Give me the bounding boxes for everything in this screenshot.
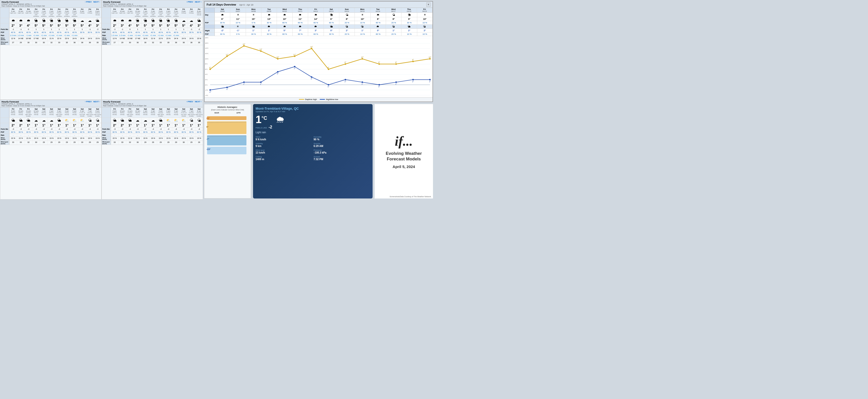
forecast-header-col: Fri7 pmCloudy: [188, 8, 195, 18]
ov-day-icon-cell: 🌧: [308, 13, 323, 17]
pop-cell: 40 %: [119, 31, 126, 34]
forecast-header-col: Fri10 pmMainly cloudy: [119, 108, 126, 118]
forecast-header-col: Fri9 amLight rain: [9, 8, 17, 18]
pop-label: POP: [0, 31, 9, 34]
weather-icon-cell: 🌦: [63, 18, 71, 23]
ov-day-section-label: Day: [205, 13, 215, 17]
ov-day-header-cell: Tue04/16: [370, 8, 386, 13]
forecast-header-col: Fri11 pmCloudy with clear breaks: [25, 108, 32, 118]
cw-temp-row: 1 °C: [255, 114, 272, 125]
night-label: 2°: [429, 81, 431, 83]
gust-cell: 33: [17, 141, 25, 145]
wind-cell: 19 N: [56, 137, 63, 141]
ov-day-temp-label: [205, 17, 215, 21]
ov-night-icon-cell: ☀: [230, 25, 246, 29]
pop-cell: 40 %: [157, 31, 165, 34]
night-label: 5°: [277, 73, 279, 74]
rain-cell: 1-3 mm: [9, 34, 17, 37]
wind-data-tr: 12 N14 NE16 NE17 NE18 N21 N22 N23 N24 N2…: [111, 37, 203, 41]
ov-day-temp-cell: 15°: [246, 17, 261, 21]
overview-title-bar: Full 14 Days Overview Apr 6 - Apr 19 ×: [205, 2, 432, 8]
day-label: 9°: [412, 59, 414, 61]
panel-nav-br[interactable]: ‹ PREV NEXT ›: [186, 100, 202, 103]
rain-cell: 1-3 mm: [111, 34, 119, 37]
temperature-cell: 5°: [71, 23, 79, 28]
pop-cell: 40 %: [40, 31, 48, 34]
wind-cell: 23 N: [195, 37, 203, 41]
feels-like-cell: -3: [119, 128, 126, 130]
night-label: 0°: [328, 86, 330, 88]
rain-label-bl: Rain: [0, 134, 9, 136]
ov-day-temp-cell: 6°: [324, 17, 339, 21]
left-panel: Hourly Forecast FRIDAY, APRIL 5 - MONDAY…: [0, 0, 203, 200]
ov-night-icon-cell: 🌥: [401, 25, 417, 29]
temperature-cell: 1°: [165, 123, 172, 127]
wind-cell: 19 N: [94, 137, 101, 141]
panel-header-tl: Hourly Forecast FRIDAY, APRIL 5 - MONDAY…: [0, 0, 101, 8]
temperature-cell: 1°: [126, 123, 134, 127]
daytime-line: [210, 46, 430, 69]
forecast-header-col: Sat5 amPartly cloudy: [172, 108, 180, 118]
temperature-cell: 3°: [94, 23, 101, 28]
feels-like-cell: -4: [56, 128, 63, 130]
gust-cell: 30: [25, 41, 32, 45]
cw-visibility-label: Visibility: [255, 143, 312, 145]
cw-humidity-label: Humidity: [314, 136, 370, 138]
pop-cell: 30 %: [71, 131, 79, 133]
weather-icon-cell: 🌦: [40, 18, 48, 23]
temperature-cell: 1°: [149, 123, 157, 127]
feels-like-cell: -4: [94, 128, 101, 130]
feels-like-cell: -1: [188, 28, 195, 31]
temperature-cell: 5°: [134, 23, 142, 28]
pop-cell: 30 %: [94, 31, 101, 34]
gust-cell: 29: [56, 141, 63, 145]
weather-icon-cell: 🌦: [48, 18, 55, 23]
rain-cell: -: [180, 34, 188, 37]
pop-data-bl: 30 %30 %30 %30 %30 %30 %30 %30 %30 %30 %…: [9, 131, 101, 133]
panel-rain-tr: Rain Outlook: Close to 5 mm 9:00am Fri t…: [103, 5, 185, 7]
temperature-cell: 5°: [149, 23, 157, 28]
gust-cell: 30: [142, 41, 149, 45]
gust-cell: 30: [79, 141, 86, 145]
panel-nav-tl[interactable]: ‹ PREV NEXT ›: [85, 1, 100, 3]
night-point: [345, 79, 346, 81]
gust-label-br: Wind gust (km/h): [102, 141, 111, 145]
temperature-cell: 5°: [180, 23, 188, 28]
forecast-header-col: Sat3 amCloudy with clear breaks: [157, 108, 165, 118]
weather-icon-cell: 🌧: [111, 18, 119, 23]
forecast-header-col: Sat7 amCloudy with sunny breaks: [86, 108, 94, 118]
header-row-br: Fri9 pmMainly cloudyFri10 pmMainly cloud…: [102, 108, 203, 118]
weather-icon-cell: 🌥: [17, 118, 25, 123]
forecast-header-col: Fri3 pmCloudy with showers: [157, 8, 165, 18]
ov-night-pop-cell: 60 %: [308, 32, 323, 36]
close-button[interactable]: ×: [426, 3, 430, 7]
month-apr: APR: [236, 112, 241, 114]
temperature-cell: 1°: [195, 123, 203, 127]
forecast-header-col: Sat7 amCloudy with sunny breaks: [188, 108, 195, 118]
cw-updated: Updated on Fri, Apr 5 at 8:27 AM: [255, 111, 370, 113]
pop-cell: 30 %: [157, 131, 165, 133]
pop-cell: 40 %: [25, 31, 32, 34]
feels-label-bl: Feels like: [0, 128, 9, 130]
panel-header-tr: Hourly Forecast FRIDAY, APRIL 5 - MONDAY…: [102, 0, 203, 8]
weather-icon-cell: ☁: [180, 18, 188, 23]
ov-day-temp-cell: 6°: [215, 17, 230, 21]
panel-nav-bl[interactable]: ‹ PREV NEXT ›: [85, 100, 100, 103]
pop-cell: 30 %: [172, 131, 180, 133]
ov-day-icon-cell: 🌤: [386, 13, 402, 17]
ov-day-pop-label: POP: [205, 21, 215, 25]
rain-cell: -: [40, 134, 48, 136]
ov-night-temp-cell: 5°: [277, 29, 292, 32]
ov-night-temp-cell: 2°: [402, 29, 417, 32]
ov-day-header-cell: Thu04/18: [401, 8, 417, 13]
rain-label: Rain: [0, 34, 9, 37]
gust-cell: 33: [157, 41, 165, 45]
feels-data-br: -3-3-4-4-4-4-4-4-4-4-4-4: [111, 128, 203, 130]
feels-like-cell: 1: [40, 28, 48, 31]
gust-cell: 33: [111, 141, 119, 145]
gust-label-bl: Wind gust (km/h): [0, 141, 9, 145]
pop-cell: 30 %: [79, 131, 86, 133]
gust-cell: 29: [119, 41, 126, 45]
forecast-header-col: Sat1 amMainly cloudy: [142, 108, 149, 118]
panel-nav-tr[interactable]: ‹ PREV NEXT ›: [186, 1, 202, 3]
